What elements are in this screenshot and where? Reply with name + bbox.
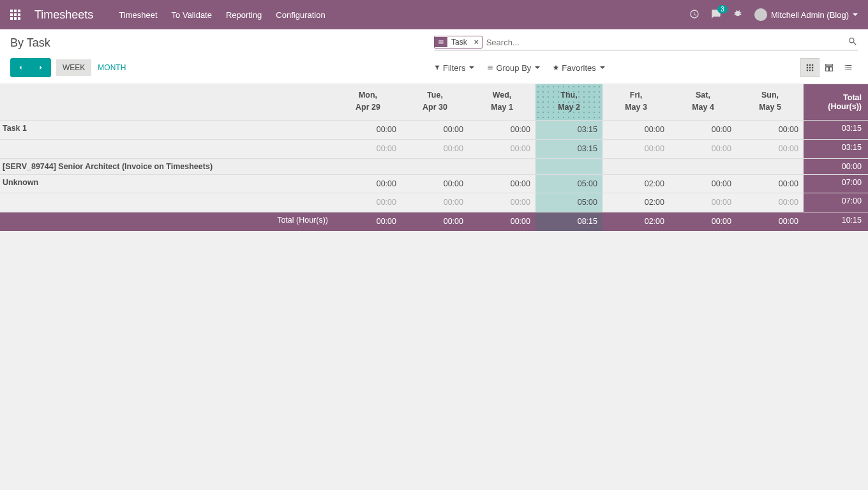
cell[interactable]: 00:00: [468, 175, 535, 193]
row-total: 03:15: [804, 140, 868, 158]
nav-to-validate[interactable]: To Validate: [172, 10, 212, 20]
cell: [602, 159, 670, 174]
view-grid[interactable]: [800, 58, 819, 77]
next-button[interactable]: [31, 58, 51, 77]
brand-title[interactable]: Timesheets: [34, 8, 93, 22]
row-total: 03:15: [804, 121, 868, 139]
row-label: [SERV_89744] Senior Architect (Invoice o…: [0, 159, 334, 174]
cell[interactable]: 00:00: [334, 140, 401, 158]
search-facet: Task ×: [434, 36, 483, 48]
cell[interactable]: 00:00: [468, 212, 535, 231]
cell[interactable]: 00:00: [670, 175, 737, 193]
search-icon[interactable]: [848, 36, 858, 48]
cell[interactable]: 00:00: [334, 212, 401, 231]
page-title: By Task: [10, 36, 434, 50]
cell[interactable]: 05:00: [535, 175, 602, 193]
cell[interactable]: 00:00: [334, 175, 401, 193]
cell[interactable]: 02:00: [602, 193, 670, 212]
cell[interactable]: 00:00: [401, 140, 468, 158]
row-total: 00:00: [804, 159, 868, 174]
cell[interactable]: 08:15: [535, 212, 602, 231]
cell: [737, 159, 804, 174]
cell[interactable]: 00:00: [401, 175, 468, 193]
clock-icon[interactable]: [689, 9, 700, 21]
cell[interactable]: 00:00: [334, 121, 401, 139]
cell: [401, 159, 468, 174]
cell[interactable]: 00:00: [670, 193, 737, 212]
cell[interactable]: 00:00: [401, 121, 468, 139]
facet-label: Task: [447, 36, 471, 48]
avatar-icon: [754, 8, 767, 21]
cell[interactable]: 00:00: [737, 193, 804, 212]
view-list[interactable]: [839, 58, 858, 77]
row-total: 07:00: [804, 193, 868, 212]
row-label: Unknown: [0, 175, 334, 193]
cell[interactable]: 02:00: [602, 212, 670, 231]
day-header: Tue,Apr 30: [401, 84, 468, 120]
nav-configuration[interactable]: Configuration: [276, 10, 325, 20]
apps-icon[interactable]: [10, 10, 20, 20]
cell[interactable]: 00:00: [468, 193, 535, 212]
nav-reporting[interactable]: Reporting: [226, 10, 262, 20]
scale-month[interactable]: MONTH: [91, 59, 132, 76]
grid-row: Task 100:0000:0000:0003:1500:0000:0000:0…: [0, 121, 868, 140]
view-pivot[interactable]: [819, 58, 839, 77]
cell[interactable]: 00:00: [737, 140, 804, 158]
cell[interactable]: 05:00: [535, 193, 602, 212]
cell[interactable]: 02:00: [602, 175, 670, 193]
day-header: Sun,May 5: [737, 84, 804, 120]
chat-badge: 3: [717, 5, 728, 13]
top-nav: Timesheets TimesheetTo ValidateReporting…: [0, 0, 868, 29]
cell: [334, 159, 401, 174]
grid-row: Total (Hour(s))00:0000:0000:0008:1502:00…: [0, 212, 868, 231]
row-label: [0, 140, 334, 158]
row-total: 07:00: [804, 175, 868, 193]
grid-header: Mon,Apr 29Tue,Apr 30Wed,May 1Thu,May 2Fr…: [0, 84, 868, 121]
cell[interactable]: 00:00: [670, 212, 737, 231]
groupby-icon: [435, 37, 447, 47]
grid-row: [SERV_89744] Senior Architect (Invoice o…: [0, 159, 868, 175]
search-input[interactable]: [485, 36, 842, 48]
user-name: Mitchell Admin (Blog): [771, 10, 849, 20]
day-header: Thu,May 2: [535, 84, 602, 120]
scale-week[interactable]: WEEK: [56, 59, 91, 76]
prev-button[interactable]: [10, 58, 31, 77]
cell: [670, 159, 737, 174]
search-bar: Task ×: [434, 36, 858, 50]
cell[interactable]: 00:00: [737, 212, 804, 231]
day-header: Sat,May 4: [670, 84, 737, 120]
user-menu[interactable]: Mitchell Admin (Blog): [754, 8, 858, 21]
cell[interactable]: 00:00: [468, 140, 535, 158]
cell[interactable]: 00:00: [468, 121, 535, 139]
grid-row: 00:0000:0000:0005:0002:0000:0000:0007:00: [0, 193, 868, 212]
day-header: Fri,May 3: [602, 84, 670, 120]
star-icon: [553, 64, 559, 71]
row-label: [0, 193, 334, 212]
groupby-dropdown[interactable]: Group By: [487, 63, 540, 73]
cell[interactable]: 00:00: [401, 193, 468, 212]
cell: [535, 159, 602, 174]
row-label: Task 1: [0, 121, 334, 139]
control-panel: By Task Task × WEEK MONTH Filters G: [0, 29, 868, 84]
favorites-dropdown[interactable]: Favorites: [553, 63, 604, 73]
cell[interactable]: 00:00: [401, 212, 468, 231]
facet-remove[interactable]: ×: [471, 38, 482, 47]
day-header: Wed,May 1: [468, 84, 535, 120]
cell[interactable]: 00:00: [670, 140, 737, 158]
cell[interactable]: 00:00: [737, 121, 804, 139]
cell[interactable]: 00:00: [737, 175, 804, 193]
grid-row: 00:0000:0000:0003:1500:0000:0000:0003:15: [0, 140, 868, 159]
grid-row: Unknown00:0000:0000:0005:0002:0000:0000:…: [0, 175, 868, 194]
filters-dropdown[interactable]: Filters: [434, 63, 474, 73]
cell[interactable]: 00:00: [602, 121, 670, 139]
nav-timesheet[interactable]: Timesheet: [119, 10, 157, 20]
cell[interactable]: 03:15: [535, 121, 602, 139]
cell: [468, 159, 535, 174]
cell[interactable]: 00:00: [670, 121, 737, 139]
cell[interactable]: 00:00: [602, 140, 670, 158]
chat-icon[interactable]: 3: [711, 9, 721, 21]
bug-icon[interactable]: [733, 9, 743, 21]
cell[interactable]: 00:00: [334, 193, 401, 212]
total-header: Total (Hour(s)): [804, 84, 868, 120]
cell[interactable]: 03:15: [535, 140, 602, 158]
